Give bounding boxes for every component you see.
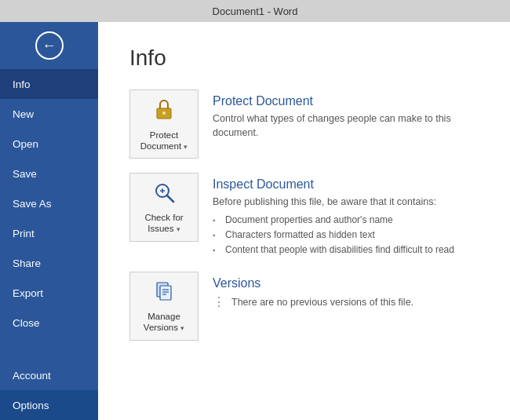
back-icon: ← [42,38,56,54]
page-title: Info [129,46,479,71]
protect-document-card: ProtectDocument ▾ Protect Document Contr… [129,89,479,159]
title-bar: Document1 - Word [0,0,510,22]
versions-icon [152,279,176,309]
manage-versions-label: ManageVersions ▾ [144,312,184,334]
inspect-icon [152,181,176,210]
protect-icon [151,97,177,127]
sidebar-item-export[interactable]: Export [0,278,98,308]
versions-note-icon: ⋮ [213,294,225,309]
main-layout: ← Info New Open Save Save As Print [0,22,510,420]
sidebar-item-info[interactable]: Info [0,69,98,99]
protect-button-label: ProtectDocument ▾ [140,130,188,152]
title-bar-text: Document1 - Word [213,5,298,17]
versions-card: ManageVersions ▾ Versions ⋮ There are no… [129,272,479,341]
sidebar: ← Info New Open Save Save As Print [0,22,98,420]
sidebar-item-new[interactable]: New [0,99,98,129]
content-area: Info ProtectDocument ▾ Protect Document … [98,22,510,420]
sidebar-item-save[interactable]: Save [0,159,98,188]
inspect-card-title: Inspect Document [213,177,479,192]
check-issues-button[interactable]: Check forIssues ▾ [129,173,199,242]
protect-card-content: Protect Document Control what types of c… [213,89,479,143]
versions-card-content: Versions ⋮ There are no previous version… [213,272,479,309]
inspect-card-list: Document properties and author's name Ch… [213,213,479,258]
list-item: Characters formatted as hidden text [213,228,479,243]
sidebar-spacer [0,338,98,360]
inspect-document-card: Check forIssues ▾ Inspect Document Befor… [129,173,479,257]
protect-document-button[interactable]: ProtectDocument ▾ [129,89,199,159]
svg-rect-7 [160,286,171,300]
check-issues-label: Check forIssues ▾ [144,213,183,235]
inspect-card-desc: Before publishing this file, be aware th… [213,195,479,210]
protect-card-desc: Control what types of changes people can… [213,112,479,140]
versions-note-text: There are no previous versions of this f… [231,297,413,308]
sidebar-nav: Info New Open Save Save As Print Share E… [0,69,98,420]
sidebar-item-options[interactable]: Options [0,390,98,420]
sidebar-item-print[interactable]: Print [0,218,98,248]
list-item: Document properties and author's name [213,213,479,228]
svg-line-3 [167,195,173,202]
list-item: Content that people with disabilities fi… [213,243,479,257]
versions-card-title: Versions [213,276,479,290]
sidebar-item-account[interactable]: Account [0,360,98,390]
inspect-card-content: Inspect Document Before publishing this … [213,173,479,257]
sidebar-item-close[interactable]: Close [0,308,98,338]
versions-note: ⋮ There are no previous versions of this… [213,294,479,309]
back-button[interactable]: ← [35,31,64,60]
sidebar-item-saveas[interactable]: Save As [0,188,98,218]
sidebar-back: ← [0,22,98,69]
sidebar-item-open[interactable]: Open [0,129,98,159]
protect-card-title: Protect Document [213,94,479,108]
svg-point-1 [162,111,166,115]
manage-versions-button[interactable]: ManageVersions ▾ [129,272,199,341]
sidebar-item-share[interactable]: Share [0,248,98,278]
